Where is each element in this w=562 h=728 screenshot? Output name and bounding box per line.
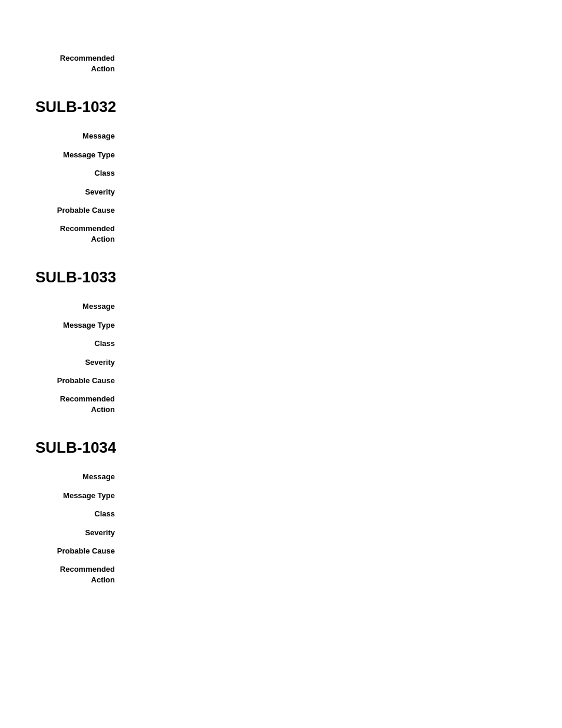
field-row: RecommendedAction [35,223,562,245]
field-label: Message [35,130,121,142]
field-label: Probable Cause [35,375,121,387]
field-row: Message [35,471,562,483]
top-recommended-action: RecommendedAction [35,53,562,74]
entry-sulb-1033: SULB-1033MessageMessage TypeClassSeverit… [35,268,562,415]
field-label: Probable Cause [35,545,121,557]
field-row: Probable Cause [35,375,562,387]
entry-sulb-1034: SULB-1034MessageMessage TypeClassSeverit… [35,439,562,585]
field-row: Probable Cause [35,545,562,557]
top-rec-action-label: RecommendedAction [35,53,121,74]
field-row: Class [35,508,562,520]
field-label: Message [35,471,121,483]
field-row: Class [35,338,562,350]
field-label: Message Type [35,490,121,502]
field-row: RecommendedAction [35,394,562,415]
field-row: Message Type [35,149,562,161]
field-row: Severity [35,527,562,539]
entry-heading-sulb-1033: SULB-1033 [35,268,562,286]
field-label: Severity [35,527,121,539]
entry-heading-sulb-1034: SULB-1034 [35,439,562,457]
field-row: Message Type [35,319,562,331]
field-row: Message [35,130,562,142]
field-label: Class [35,508,121,520]
field-label: Class [35,338,121,350]
field-label: Severity [35,186,121,198]
field-label: Severity [35,357,121,368]
field-row: Message [35,301,562,312]
entry-sulb-1032: SULB-1032MessageMessage TypeClassSeverit… [35,98,562,245]
field-label: RecommendedAction [35,564,121,585]
field-label: Message [35,301,121,312]
field-row: Message Type [35,490,562,502]
field-label: RecommendedAction [35,394,121,415]
field-label: Message Type [35,149,121,161]
field-row: Class [35,167,562,179]
field-row: RecommendedAction [35,564,562,585]
field-row: Probable Cause [35,205,562,216]
field-label: Class [35,167,121,179]
field-label: RecommendedAction [35,223,121,245]
field-row: Severity [35,186,562,198]
entries-container: SULB-1032MessageMessage TypeClassSeverit… [35,98,562,585]
field-label: Probable Cause [35,205,121,216]
field-row: Severity [35,357,562,368]
entry-heading-sulb-1032: SULB-1032 [35,98,562,116]
field-label: Message Type [35,319,121,331]
